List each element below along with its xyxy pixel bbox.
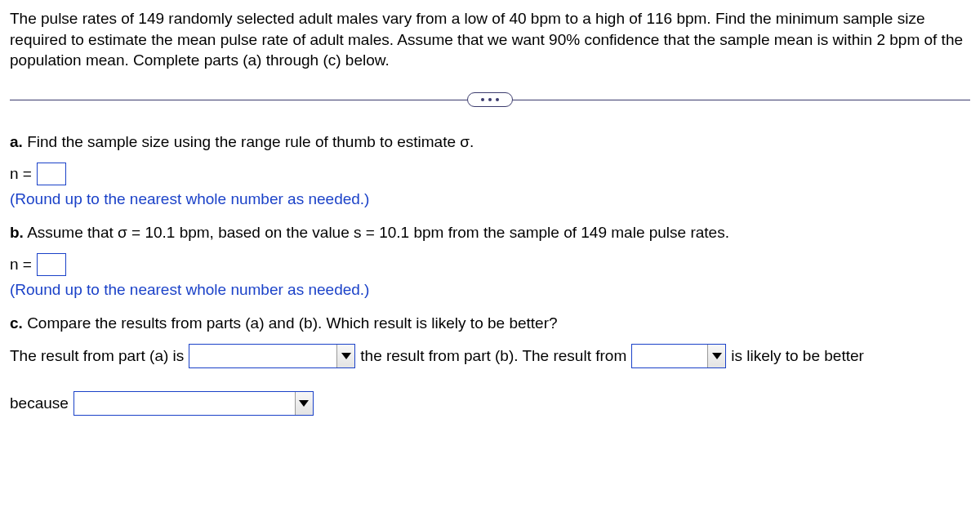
- part-a-n-equals: n =: [10, 163, 32, 185]
- problem-intro: The pulse rates of 149 randomly selected…: [10, 8, 970, 71]
- part-c-text: Compare the results from parts (a) and (…: [27, 314, 557, 332]
- part-c: c. Compare the results from parts (a) an…: [10, 313, 970, 334]
- section-divider: [10, 91, 970, 109]
- part-c-label: c.: [10, 314, 23, 332]
- dropdown-which-part-value: [632, 345, 707, 367]
- part-b-hint: (Round up to the nearest whole number as…: [10, 279, 970, 301]
- dropdown-which-part[interactable]: [631, 344, 726, 368]
- dropdown-reason-value: [74, 392, 295, 415]
- part-b-label: b.: [10, 224, 24, 241]
- part-a-hint: (Round up to the nearest whole number as…: [10, 189, 970, 210]
- part-c-sentence: The result from part (a) is the result f…: [10, 344, 970, 416]
- part-b-n-equals: n =: [10, 254, 32, 275]
- ellipsis-toggle[interactable]: [467, 92, 513, 107]
- chevron-down-icon: [336, 345, 354, 367]
- dropdown-reason[interactable]: [74, 391, 314, 416]
- part-c-seg2: the result from part (b). The result fro…: [360, 345, 626, 367]
- chevron-down-icon: [295, 392, 313, 415]
- ellipsis-icon: [481, 98, 499, 101]
- part-c-seg3: is likely to be better: [731, 345, 864, 367]
- chevron-down-icon: [707, 345, 725, 367]
- part-a: a. Find the sample size using the range …: [10, 131, 970, 153]
- part-a-text: Find the sample size using the range rul…: [27, 133, 474, 150]
- part-a-answer-row: n =: [10, 163, 970, 185]
- part-c-seg1: The result from part (a) is: [10, 345, 184, 367]
- dropdown-compare[interactable]: [189, 344, 355, 368]
- part-b-n-input[interactable]: [37, 253, 66, 276]
- part-b: b. Assume that σ = 10.1 bpm, based on th…: [10, 222, 970, 243]
- part-b-answer-row: n =: [10, 253, 970, 276]
- dropdown-compare-value: [189, 345, 336, 367]
- part-b-text: Assume that σ = 10.1 bpm, based on the v…: [27, 224, 729, 241]
- part-a-label: a.: [10, 133, 23, 150]
- part-c-seg4: because: [10, 393, 69, 414]
- part-a-n-input[interactable]: [37, 163, 66, 185]
